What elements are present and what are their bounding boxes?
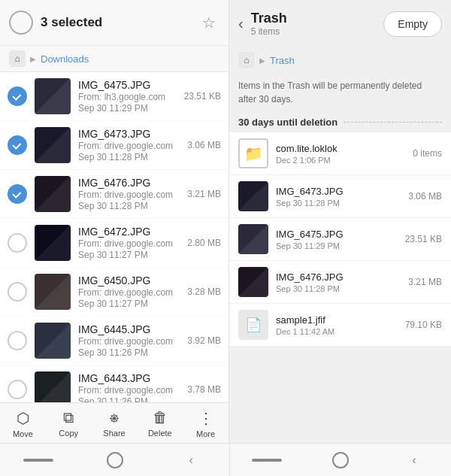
left-nav-back[interactable]: ‹ [153,444,229,476]
trash-file-size: 3.21 MB [408,277,442,287]
list-item[interactable]: IMG_6476.JPGFrom: drive.google.comSep 30… [0,170,229,218]
file-thumbnail [35,274,71,310]
file-date: Sep 30 11:28 PM [78,201,180,211]
list-item[interactable]: IMG_6475.JPGFrom: lh3.google.comSep 30 1… [0,72,229,120]
home-icon[interactable]: ⌂ [9,50,26,67]
delete-icon: 🗑 [153,409,168,426]
copy-label: Copy [59,429,78,438]
right-nav-back[interactable]: ‹ [377,444,451,476]
trash-file-date: Dec 1 11:42 AM [276,327,398,336]
all-select-circle[interactable] [9,11,33,35]
trash-title-block: Trash 5 items [251,11,377,37]
table-row[interactable]: 📄sample1.jfifDec 1 11:42 AM79.10 KB [229,304,451,346]
trash-file-date: Dec 2 1:06 PM [276,156,405,165]
file-checkbox[interactable] [8,331,27,350]
empty-button[interactable]: Empty [383,11,442,37]
left-nav-recent[interactable] [0,444,77,476]
trash-file-size: 3.06 MB [408,191,442,202]
delete-button[interactable]: 🗑 Delete [137,409,183,438]
more-icon: ⋮ [198,409,213,427]
selected-count-label: 3 selected [41,15,191,30]
file-info: IMG_6475.JPGFrom: lh3.google.comSep 30 1… [78,79,177,114]
share-icon: ⎈ [110,409,119,426]
file-checkbox[interactable] [8,233,27,253]
file-info: IMG_6472.JPGFrom: drive.google.comSep 30… [78,226,180,260]
table-row[interactable]: IMG_6473.JPGSep 30 11:28 PM3.06 MB [229,175,451,217]
right-nav-home[interactable] [304,444,377,476]
copy-icon: ⧉ [63,409,74,426]
file-checkbox[interactable] [8,86,27,106]
copy-button[interactable]: ⧉ Copy [46,409,92,438]
list-item[interactable]: IMG_6450.JPGFrom: drive.google.comSep 30… [0,268,229,316]
file-checkbox[interactable] [8,184,27,204]
trash-file-size: 0 items [413,148,442,159]
trash-file-thumbnail [238,267,268,297]
share-button[interactable]: ⎈ Share [92,409,138,438]
trash-file-info: IMG_6475.JPGSep 30 11:29 PM [276,229,398,250]
downloads-breadcrumb[interactable]: Downloads [41,53,89,65]
list-item[interactable]: IMG_6445.JPGFrom: drive.google.comSep 30… [0,317,229,365]
file-name: IMG_6450.JPG [78,274,180,287]
left-nav-home[interactable] [77,444,153,476]
right-nav-bar: ‹ [229,443,451,476]
file-thumbnail [35,176,71,212]
file-size: 3.92 MB [187,335,221,346]
right-breadcrumb: ⌂ ▶ Trash [229,47,451,73]
trash-file-info: IMG_6476.JPGSep 30 11:28 PM [276,271,401,293]
days-deletion-row: 30 days until deletion [229,112,451,132]
trash-file-date: Sep 30 11:28 PM [276,284,401,293]
more-button[interactable]: ⋮ More [183,409,229,438]
file-checkbox[interactable] [8,380,27,399]
right-nav-back-icon: ‹ [412,453,416,467]
file-size: 3.28 MB [187,287,221,297]
file-info: IMG_6476.JPGFrom: drive.google.comSep 30… [78,177,180,211]
file-date: Sep 30 11:26 PM [78,347,180,358]
file-size: 23.51 KB [184,91,221,102]
file-name: IMG_6473.JPG [78,128,180,140]
table-row[interactable]: IMG_6475.JPGSep 30 11:29 PM23.51 KB [229,218,451,260]
right-panel: ‹ Trash 5 items Empty ⌂ ▶ Trash Items in… [229,0,451,443]
file-checkbox[interactable] [8,135,27,155]
file-name: IMG_6472.JPG [78,226,180,238]
move-icon: ⬡ [17,409,29,427]
more-label: More [196,429,215,438]
trash-file-thumbnail: 📁 [238,138,268,168]
trash-file-info: IMG_6473.JPGSep 30 11:28 PM [276,186,401,208]
trash-file-date: Sep 30 11:29 PM [276,241,398,250]
list-item[interactable]: IMG_6473.JPGFrom: drive.google.comSep 30… [0,121,229,169]
trash-file-thumbnail [238,181,268,211]
back-button[interactable]: ‹ [238,15,244,32]
file-info: IMG_6443.JPGFrom: drive.google.comSep 30… [78,372,180,402]
file-checkbox[interactable] [8,282,27,302]
file-source: From: drive.google.com [78,238,180,249]
nav-circle-icon [107,452,123,468]
list-item[interactable]: IMG_6472.JPGFrom: drive.google.comSep 30… [0,219,229,267]
trash-breadcrumb[interactable]: Trash [270,55,295,66]
file-source: From: drive.google.com [78,141,180,151]
star-icon[interactable]: ☆ [198,12,219,33]
file-info: IMG_6450.JPGFrom: drive.google.comSep 30… [78,274,180,309]
right-nav-recent[interactable] [230,444,304,476]
left-toolbar: ⬡ Move ⧉ Copy ⎈ Share 🗑 Delete ⋮ More [0,402,229,443]
trash-file-name: IMG_6475.JPG [276,229,398,240]
right-home-icon[interactable]: ⌂ [238,52,255,68]
file-thumbnail [35,127,71,163]
trash-file-name: IMG_6473.JPG [276,186,401,197]
right-nav-bar-icon [252,459,282,462]
table-row[interactable]: IMG_6476.JPGSep 30 11:28 PM3.21 MB [229,261,451,303]
file-size: 3.06 MB [187,140,221,150]
move-button[interactable]: ⬡ Move [0,409,46,438]
list-item[interactable]: IMG_6443.JPGFrom: drive.google.comSep 30… [0,365,229,402]
left-nav-bar: ‹ [0,443,229,476]
file-source: From: drive.google.com [78,385,180,396]
file-size: 3.21 MB [187,189,221,199]
trash-title: Trash [251,11,377,26]
file-info: IMG_6473.JPGFrom: drive.google.comSep 30… [78,128,180,162]
file-name: IMG_6475.JPG [78,79,177,91]
file-date: Sep 30 11:26 PM [78,396,180,402]
file-thumbnail [35,371,71,402]
file-source: From: lh3.google.com [78,92,177,102]
table-row[interactable]: 📁com.lite.loklokDec 2 1:06 PM0 items [229,132,451,174]
trash-file-name: sample1.jfif [276,314,398,326]
trash-file-size: 79.10 KB [405,320,442,330]
